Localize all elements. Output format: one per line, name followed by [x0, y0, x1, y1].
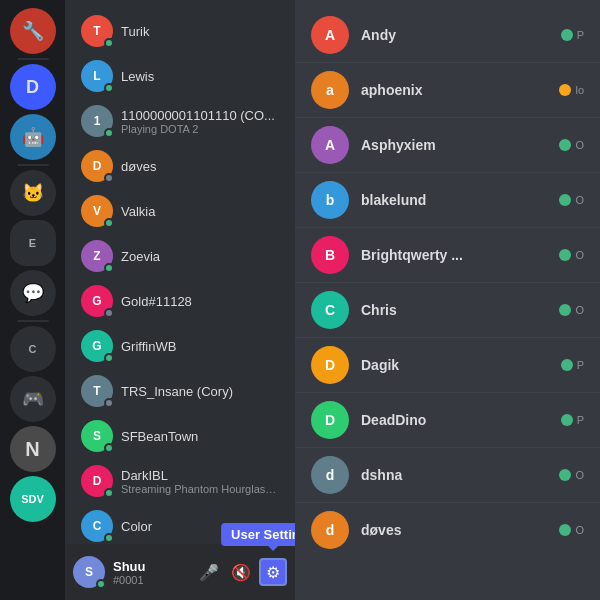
dm-avatar-wrap-3: D	[81, 150, 113, 182]
deafen-button[interactable]: 🔇	[227, 558, 255, 586]
dm-item-7[interactable]: G GriffinWB	[73, 324, 287, 368]
settings-tooltip-wrap: User Settings ⚙	[259, 558, 287, 586]
dm-info-1: Lewis	[121, 69, 279, 84]
dm-avatar-initial-7: G	[92, 339, 101, 353]
friend-item-4[interactable]: B Brightqwerty ... O	[295, 227, 600, 282]
dm-info-3: døves	[121, 159, 279, 174]
friend-item-9[interactable]: d døves O	[295, 502, 600, 557]
dm-avatar-wrap-6: G	[81, 285, 113, 317]
dm-item-11[interactable]: C Color	[73, 504, 287, 544]
server-icon-2[interactable]: D	[10, 64, 56, 110]
friend-status-3	[559, 194, 571, 206]
friend-name-wrap-1: aphoenix	[361, 82, 559, 98]
friend-avatar-5: C	[311, 291, 349, 329]
online-friends-list: A Andy P a aphoenix lo A Asphyxiem	[295, 0, 600, 600]
dm-info-4: Valkia	[121, 204, 279, 219]
friend-avatar-initial-9: d	[326, 522, 335, 538]
friend-name-wrap-7: DeadDino	[361, 412, 561, 428]
friend-item-0[interactable]: A Andy P	[295, 8, 600, 62]
friend-status-label-8: O	[575, 469, 584, 481]
friend-avatar-initial-7: D	[325, 412, 335, 428]
dm-item-8[interactable]: T TRS_Insane (Cory)	[73, 369, 287, 413]
dm-sub-10: Streaming Phantom Hourglass w	[121, 483, 279, 495]
server-icon-6[interactable]: 💬	[10, 270, 56, 316]
dm-status-dot-7	[104, 353, 114, 363]
friend-avatar-initial-2: A	[325, 137, 335, 153]
friend-item-3[interactable]: b blakelund O	[295, 172, 600, 227]
friend-avatar-0: A	[311, 16, 349, 54]
friend-item-7[interactable]: D DeadDino P	[295, 392, 600, 447]
friend-status-label-6: P	[577, 359, 584, 371]
friend-name-5: Chris	[361, 302, 559, 318]
friend-name-2: Asphyxiem	[361, 137, 559, 153]
friend-item-8[interactable]: d dshna O	[295, 447, 600, 502]
dm-avatar-initial-6: G	[92, 294, 101, 308]
friend-avatar-1: a	[311, 71, 349, 109]
dm-item-5[interactable]: Z Zoevia	[73, 234, 287, 278]
server-icon-10[interactable]: SDV	[10, 476, 56, 522]
dm-name-3: døves	[121, 159, 279, 174]
server-icon-5[interactable]: E	[10, 220, 56, 266]
server-divider-2	[17, 164, 49, 166]
dm-avatar-wrap-7: G	[81, 330, 113, 362]
dm-avatar-wrap-0: T	[81, 15, 113, 47]
mic-button[interactable]: 🎤	[195, 558, 223, 586]
dm-name-4: Valkia	[121, 204, 279, 219]
friend-avatar-9: d	[311, 511, 349, 549]
dm-name-11: Color	[121, 519, 279, 534]
friend-avatar-initial-0: A	[325, 27, 335, 43]
dm-item-0[interactable]: T Turik	[73, 9, 287, 53]
friend-item-5[interactable]: C Chris O	[295, 282, 600, 337]
friend-status-4	[559, 249, 571, 261]
server-sidebar: 🔧D🤖🐱E💬C🎮NSDV	[0, 0, 65, 600]
dm-status-dot-9	[104, 443, 114, 453]
friend-status-7	[561, 414, 573, 426]
friend-name-4: Brightqwerty ...	[361, 247, 559, 263]
dm-item-4[interactable]: V Valkia	[73, 189, 287, 233]
friend-status-8	[559, 469, 571, 481]
dm-avatar-initial-4: V	[93, 204, 101, 218]
dm-list: T Turik L Lewis 1	[65, 0, 295, 544]
friend-status-5	[559, 304, 571, 316]
dm-item-10[interactable]: D DarkIBL Streaming Phantom Hourglass w	[73, 459, 287, 503]
dm-avatar-initial-3: D	[93, 159, 102, 173]
dm-info-2: 1100000001101110 (CO... Playing DOTA 2	[121, 108, 279, 135]
dm-avatar-wrap-9: S	[81, 420, 113, 452]
dm-avatar-wrap-10: D	[81, 465, 113, 497]
friend-status-label-1: lo	[575, 84, 584, 96]
friend-item-1[interactable]: a aphoenix lo	[295, 62, 600, 117]
friend-name-0: Andy	[361, 27, 561, 43]
dm-info-10: DarkIBL Streaming Phantom Hourglass w	[121, 468, 279, 495]
dm-status-dot-1	[104, 83, 114, 93]
dm-item-1[interactable]: L Lewis	[73, 54, 287, 98]
user-avatar-initial: S	[85, 565, 93, 579]
settings-button[interactable]: ⚙	[259, 558, 287, 586]
dm-avatar-initial-11: C	[93, 519, 102, 533]
dm-item-9[interactable]: S SFBeanTown	[73, 414, 287, 458]
dm-item-6[interactable]: G Gold#11128	[73, 279, 287, 323]
dm-sub-2: Playing DOTA 2	[121, 123, 279, 135]
dm-info-6: Gold#11128	[121, 294, 279, 309]
server-icon-3[interactable]: 🤖	[10, 114, 56, 160]
dm-name-6: Gold#11128	[121, 294, 279, 309]
friend-item-2[interactable]: A Asphyxiem O	[295, 117, 600, 172]
dm-item-2[interactable]: 1 1100000001101110 (CO... Playing DOTA 2	[73, 99, 287, 143]
server-icon-4[interactable]: 🐱	[10, 170, 56, 216]
dm-avatar-wrap-2: 1	[81, 105, 113, 137]
dm-info-0: Turik	[121, 24, 279, 39]
friend-item-6[interactable]: D Dagik P	[295, 337, 600, 392]
dm-item-3[interactable]: D døves	[73, 144, 287, 188]
server-icon-9[interactable]: N	[10, 426, 56, 472]
server-icon-1[interactable]: 🔧	[10, 8, 56, 54]
dm-status-dot-0	[104, 38, 114, 48]
friend-name-wrap-9: døves	[361, 522, 559, 538]
friend-status-label-7: P	[577, 414, 584, 426]
server-icon-8[interactable]: 🎮	[10, 376, 56, 422]
dm-avatar-initial-5: Z	[93, 249, 100, 263]
main-content: A Andy P a aphoenix lo A Asphyxiem	[295, 0, 600, 600]
dm-avatar-initial-10: D	[93, 474, 102, 488]
dm-avatar-wrap-5: Z	[81, 240, 113, 272]
dm-info-8: TRS_Insane (Cory)	[121, 384, 279, 399]
server-icon-7[interactable]: C	[10, 326, 56, 372]
friend-name-wrap-5: Chris	[361, 302, 559, 318]
